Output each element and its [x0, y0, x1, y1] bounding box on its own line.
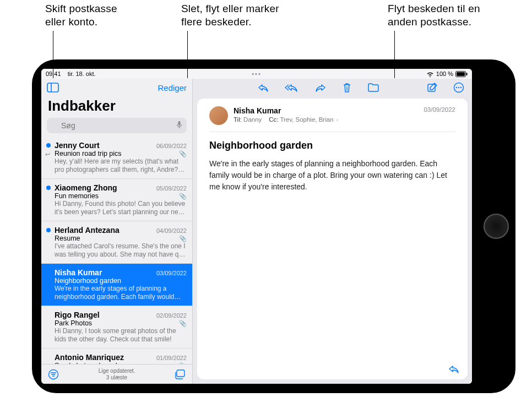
edit-button[interactable]: Rediger — [158, 83, 187, 92]
message-body: We're in the early stages of planning a … — [209, 158, 455, 193]
mailbox-title: Indbakker — [41, 96, 192, 118]
svg-point-19 — [460, 87, 462, 88]
forward-icon[interactable] — [314, 83, 327, 92]
svg-rect-1 — [457, 72, 465, 76]
battery-percent: 100 % — [436, 70, 453, 77]
multitask-indicator[interactable]: ••• — [252, 70, 262, 77]
status-bar: 09.41 tir. 18. okt. ••• 100 % — [41, 69, 472, 79]
row-date: 05/09/2022 — [156, 185, 187, 192]
svg-rect-3 — [47, 83, 58, 92]
svg-point-17 — [456, 87, 457, 88]
message-card: Nisha Kumar Til: Danny Cc: Trev, Sophie,… — [197, 99, 468, 379]
message-row[interactable]: Xiaomeng Zhong05/09/2022Fun memories📎Hi … — [41, 179, 192, 221]
mailboxes-button[interactable] — [47, 83, 59, 92]
row-preview: I've attached Carol's resume. She's the … — [55, 242, 187, 259]
unread-dot-icon — [46, 186, 51, 190]
row-subject: Resume — [55, 235, 80, 242]
dictate-icon[interactable] — [176, 121, 182, 129]
callout-move: Flyt beskeden til enanden postkasse. — [388, 2, 480, 29]
row-subject: Park Photos — [55, 319, 92, 327]
wifi-icon — [426, 71, 434, 77]
row-subject: Neighborhood garden — [55, 277, 121, 285]
status-time: 09.41 — [46, 70, 61, 77]
message-view-pane: Nisha Kumar Til: Danny Cc: Trev, Sophie,… — [193, 79, 472, 384]
search-wrap — [41, 118, 192, 137]
status-left: 09.41 tir. 18. okt. — [46, 70, 96, 77]
row-preview: Hey, y'all! Here are my selects (that's … — [55, 157, 187, 174]
move-folder-icon[interactable] — [367, 83, 379, 92]
replied-icon: ↩ — [45, 151, 50, 158]
compose-icon[interactable] — [427, 82, 438, 93]
attachment-icon: 📎 — [179, 320, 187, 327]
row-sender: Antonio Manriquez — [55, 353, 124, 362]
message-toolbar — [193, 79, 472, 96]
svg-rect-13 — [177, 370, 184, 377]
battery-icon — [455, 71, 468, 77]
row-sender: Xiaomeng Zhong — [55, 183, 117, 192]
filter-button[interactable] — [48, 369, 59, 380]
row-sender: Nisha Kumar — [55, 268, 102, 277]
message-row[interactable]: Antonio Manriquez01/09/2022Send photos p… — [41, 349, 192, 364]
attachment-icon: 📎 — [179, 150, 187, 157]
row-date: 03/09/2022 — [156, 270, 187, 276]
quick-reply-icon[interactable] — [448, 364, 460, 374]
trash-icon[interactable] — [342, 82, 352, 93]
unread-dot-icon — [46, 143, 51, 148]
from-name[interactable]: Nisha Kumar — [234, 106, 418, 115]
chevron-right-icon: › — [335, 116, 339, 123]
row-sender: Rigo Rangel — [55, 311, 100, 319]
message-list-pane: Rediger Indbakker ↩Jenny Court06/09/2022 — [41, 79, 193, 384]
attachment-icon: 📎 — [179, 362, 187, 364]
row-sender: Herland Antezana — [55, 226, 120, 235]
windows-button[interactable] — [175, 369, 186, 379]
message-list[interactable]: ↩Jenny Court06/09/2022Reunion road trip … — [41, 137, 192, 364]
sender-avatar[interactable] — [209, 106, 228, 125]
row-date: 01/09/2022 — [156, 355, 187, 361]
row-date: 06/09/2022 — [156, 143, 187, 149]
callouts-layer: Skift postkasseeller konto. Slet, flyt e… — [0, 0, 532, 61]
more-icon[interactable] — [453, 82, 464, 93]
reply-all-icon[interactable] — [285, 83, 299, 92]
row-preview: Hi Danny, I took some great photos of th… — [55, 327, 187, 344]
row-date: 02/09/2022 — [156, 312, 187, 319]
row-date: 04/09/2022 — [156, 227, 187, 234]
row-subject: Reunion road trip pics — [55, 150, 122, 157]
callout-mailbox: Skift postkasseeller konto. — [45, 2, 117, 29]
reply-icon[interactable] — [257, 83, 269, 92]
row-subject: Fun memories — [55, 192, 99, 200]
message-row[interactable]: Herland Antezana04/09/2022Resume📎I've at… — [41, 221, 192, 264]
message-row[interactable]: Nisha Kumar03/09/2022Neighborhood garden… — [41, 264, 192, 306]
mail-app: Rediger Indbakker ↩Jenny Court06/09/2022 — [41, 79, 472, 384]
recipients-line[interactable]: Til: Danny Cc: Trev, Sophie, Brian › — [234, 116, 418, 123]
row-preview: We're in the early stages of planning a … — [55, 285, 187, 301]
attachment-icon: 📎 — [179, 235, 187, 242]
attachment-icon: 📎 — [179, 193, 187, 200]
row-sender: Jenny Court — [55, 141, 100, 150]
message-date: 03/09/2022 — [424, 106, 455, 113]
row-preview: Hi Danny, Found this photo! Can you beli… — [55, 200, 187, 216]
message-row[interactable]: ↩Jenny Court06/09/2022Reunion road trip … — [41, 137, 192, 179]
status-date: tir. 18. okt. — [68, 70, 96, 77]
message-row[interactable]: Rigo Rangel02/09/2022Park Photos📎Hi Dann… — [41, 306, 192, 349]
svg-rect-2 — [466, 73, 468, 75]
home-button[interactable] — [484, 214, 509, 239]
message-subject: Neighborhood garden — [209, 140, 455, 151]
ipad-frame: 09.41 tir. 18. okt. ••• 100 % — [32, 59, 515, 393]
message-header: Nisha Kumar Til: Danny Cc: Trev, Sophie,… — [209, 106, 455, 132]
sync-status: Lige opdateret. 3 ulæste — [99, 368, 135, 381]
sidebar-footer: Lige opdateret. 3 ulæste — [41, 364, 192, 384]
svg-point-18 — [458, 87, 459, 88]
status-right: 100 % — [426, 70, 468, 77]
row-subject: Send photos please! — [55, 362, 117, 364]
sidebar-toolbar: Rediger — [41, 79, 192, 96]
unread-dot-icon — [46, 228, 51, 232]
callout-edit: Slet, flyt eller markerflere beskeder. — [181, 2, 279, 29]
svg-rect-7 — [178, 121, 181, 126]
screen: 09.41 tir. 18. okt. ••• 100 % — [41, 69, 472, 384]
search-input[interactable] — [47, 118, 187, 133]
